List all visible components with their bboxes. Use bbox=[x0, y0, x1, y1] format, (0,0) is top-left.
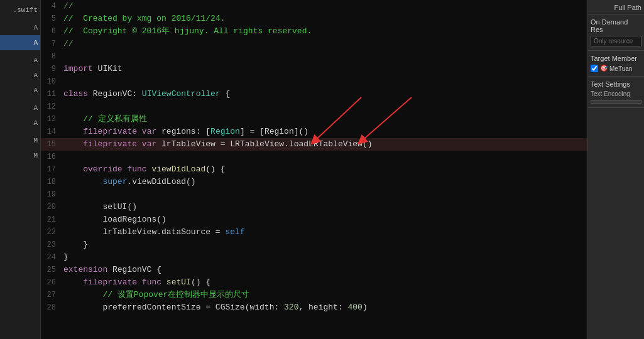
code-line-19: 19 bbox=[41, 188, 587, 201]
code-line-17: 17 override func viewDidLoad() { bbox=[41, 163, 587, 176]
on-demand-input[interactable] bbox=[591, 36, 641, 46]
code-line-12: 12 bbox=[41, 100, 587, 113]
code-line-22: 22 lrTableView.dataSource = self bbox=[41, 226, 587, 239]
file-item-a1[interactable]: A bbox=[0, 20, 40, 35]
target-member-row[interactable]: 🎯 MeTuan bbox=[591, 65, 641, 72]
on-demand-section: On Demand Res bbox=[588, 14, 644, 51]
file-item-a-highlight[interactable]: A bbox=[0, 35, 40, 50]
code-line-23: 23 } bbox=[41, 239, 587, 251]
file-item-a3[interactable]: A bbox=[0, 68, 40, 83]
file-item-a5[interactable]: A bbox=[0, 100, 40, 116]
code-line-27: 27 // 设置Popover在控制器中显示的尺寸 bbox=[41, 289, 587, 301]
code-line-26: 26 fileprivate func setUI() { bbox=[41, 276, 587, 289]
file-item-a2[interactable]: A bbox=[0, 53, 40, 68]
file-item-a6[interactable]: A bbox=[0, 116, 40, 131]
code-line-15: 15 fileprivate var lrTableView = LRTable… bbox=[41, 138, 587, 151]
target-members-title: Target Member bbox=[591, 55, 641, 62]
code-line-25: 25 extension RegionVC { bbox=[41, 264, 587, 276]
target-member-name: MeTuan bbox=[609, 65, 632, 72]
right-panel: Full Path On Demand Res Target Member 🎯 … bbox=[587, 0, 644, 339]
code-line-8: 8 bbox=[41, 50, 587, 63]
code-line-7: 7 // bbox=[41, 38, 587, 50]
file-item-swift[interactable]: .swift bbox=[0, 3, 40, 18]
code-line-5: 5 // Created by xmg on 2016/11/24. bbox=[41, 13, 587, 25]
file-item-a4[interactable]: A bbox=[0, 83, 40, 98]
target-members-section: Target Member 🎯 MeTuan bbox=[588, 51, 644, 77]
code-line-20: 20 setUI() bbox=[41, 201, 587, 213]
code-lines: 4 // 5 // Created by xmg on 2016/11/24. … bbox=[41, 0, 587, 314]
full-path-label: Full Path bbox=[588, 0, 644, 14]
code-line-13: 13 // 定义私有属性 bbox=[41, 113, 587, 126]
code-line-24: 24 } bbox=[41, 251, 587, 264]
code-line-16: 16 bbox=[41, 151, 587, 163]
file-item-m1[interactable]: M bbox=[0, 133, 40, 148]
text-settings-title: Text Settings bbox=[591, 80, 641, 88]
code-line-28: 28 preferredContentSize = CGSize(width: … bbox=[41, 301, 587, 314]
code-line-10: 10 bbox=[41, 75, 587, 88]
code-editor[interactable]: 4 // 5 // Created by xmg on 2016/11/24. … bbox=[41, 0, 587, 339]
code-line-18: 18 super.viewDidLoad() bbox=[41, 176, 587, 188]
code-line-4: 4 // bbox=[41, 0, 587, 13]
left-gutter: .swift A A A A A A A M M bbox=[0, 0, 41, 339]
code-line-9: 9 import UIKit bbox=[41, 63, 587, 75]
code-line-21: 21 loadRegions() bbox=[41, 213, 587, 226]
code-line-11: 11 class RegionVC: UIViewController { bbox=[41, 88, 587, 100]
on-demand-title: On Demand Res bbox=[591, 18, 641, 33]
text-encoding-label: Text Encoding bbox=[591, 90, 641, 97]
code-line-6: 6 // Copyright © 2016年 hjjuny. All right… bbox=[41, 25, 587, 38]
file-item-m2[interactable]: M bbox=[0, 148, 40, 163]
text-settings-section: Text Settings Text Encoding bbox=[588, 77, 644, 108]
target-member-checkbox[interactable] bbox=[591, 65, 598, 72]
text-encoding-dropdown[interactable] bbox=[591, 100, 641, 104]
code-line-14: 14 fileprivate var regions: [Region] = [… bbox=[41, 126, 587, 138]
